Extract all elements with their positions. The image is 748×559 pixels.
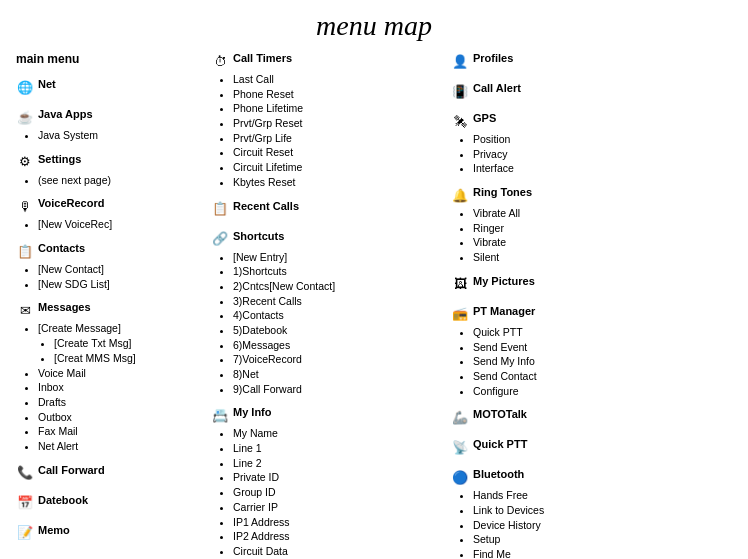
contacts-icon: 📋 <box>16 242 34 260</box>
section-header: Java Apps <box>38 108 93 120</box>
profiles-icon: 👤 <box>451 52 469 70</box>
section-my-info: 📇 My Info My Name Line 1 Line 2 Private … <box>211 406 443 558</box>
list-item: Prvt/Grp Reset <box>233 116 443 131</box>
list-item: Quick PTT <box>473 325 681 340</box>
list-item: 5)Datebook <box>233 323 443 338</box>
section-header: VoiceRecord <box>38 197 104 209</box>
list-item: [New SDG List] <box>38 277 203 292</box>
list-item: [New Entry] <box>233 250 443 265</box>
section-recent-calls: 📋 Recent Calls <box>211 200 443 220</box>
pt-manager-list: Quick PTT Send Event Send My Info Send C… <box>451 325 681 398</box>
section-call-timers: ⏱ Call Timers Last Call Phone Reset Phon… <box>211 52 443 190</box>
list-item: 7)VoiceRecord <box>233 352 443 367</box>
right-column: 👤 Profiles 📳 Call Alert 🛰 GPS Position P… <box>451 52 681 559</box>
list-item: Send My Info <box>473 354 681 369</box>
call-forward-icon: 📞 <box>16 464 34 482</box>
contacts-list: [New Contact] [New SDG List] <box>16 262 203 291</box>
section-header: Recent Calls <box>233 200 299 212</box>
section-header: Settings <box>38 153 81 165</box>
settings-list: (see next page) <box>16 173 203 188</box>
list-item: Prvt/Grp Life <box>233 131 443 146</box>
section-header: Ring Tones <box>473 186 532 198</box>
shortcuts-list: [New Entry] 1)Shortcuts 2)Cntcs[New Cont… <box>211 250 443 397</box>
voicerecord-list: [New VoiceRec] <box>16 217 203 232</box>
call-timers-list: Last Call Phone Reset Phone Lifetime Prv… <box>211 72 443 190</box>
list-item: [Creat MMS Msg] <box>54 351 203 366</box>
list-item: 8)Net <box>233 367 443 382</box>
list-item: 9)Call Forward <box>233 382 443 397</box>
section-header: Messages <box>38 301 91 313</box>
list-item: 1)Shortcuts <box>233 264 443 279</box>
section-header: Profiles <box>473 52 513 64</box>
section-quick-ptt: 📡 Quick PTT <box>451 438 681 458</box>
list-item: Privacy <box>473 147 681 162</box>
list-item: Vibrate <box>473 235 681 250</box>
list-item: Net Alert <box>38 439 203 454</box>
settings-icon: ⚙ <box>16 153 34 171</box>
main-menu-label: main menu <box>16 52 203 66</box>
list-item: Link to Devices <box>473 503 681 518</box>
list-item: Carrier IP <box>233 500 443 515</box>
my-info-icon: 📇 <box>211 406 229 424</box>
list-item: Vibrate All <box>473 206 681 221</box>
section-header: GPS <box>473 112 496 124</box>
list-item: 3)Recent Calls <box>233 294 443 309</box>
list-item: Phone Lifetime <box>233 101 443 116</box>
list-item: Send Contact <box>473 369 681 384</box>
section-java-apps: ☕ Java Apps Java System <box>16 108 203 143</box>
net-icon: 🌐 <box>16 78 34 96</box>
section-header: Datebook <box>38 494 88 506</box>
quick-ptt-icon: 📡 <box>451 438 469 456</box>
list-item: 4)Contacts <box>233 308 443 323</box>
list-item: [New Contact] <box>38 262 203 277</box>
section-settings: ⚙ Settings (see next page) <box>16 153 203 188</box>
list-item: Fax Mail <box>38 424 203 439</box>
list-item: Circuit Data <box>233 544 443 559</box>
section-gps: 🛰 GPS Position Privacy Interface <box>451 112 681 176</box>
section-header: Shortcuts <box>233 230 284 242</box>
section-shortcuts: 🔗 Shortcuts [New Entry] 1)Shortcuts 2)Cn… <box>211 230 443 397</box>
section-header: MOTOTalk <box>473 408 527 420</box>
list-item: Private ID <box>233 470 443 485</box>
list-item: Line 2 <box>233 456 443 471</box>
gps-list: Position Privacy Interface <box>451 132 681 176</box>
section-call-forward: 📞 Call Forward <box>16 464 203 484</box>
section-header: Call Alert <box>473 82 521 94</box>
section-voicerecord: 🎙 VoiceRecord [New VoiceRec] <box>16 197 203 232</box>
list-item: Silent <box>473 250 681 265</box>
list-item: Configure <box>473 384 681 399</box>
list-item: My Name <box>233 426 443 441</box>
section-header: My Info <box>233 406 272 418</box>
section-datebook: 📅 Datebook <box>16 494 203 514</box>
ring-tones-icon: 🔔 <box>451 186 469 204</box>
recent-calls-icon: 📋 <box>211 200 229 218</box>
call-alert-icon: 📳 <box>451 82 469 100</box>
list-item: Circuit Reset <box>233 145 443 160</box>
list-item: Phone Reset <box>233 87 443 102</box>
gps-icon: 🛰 <box>451 112 469 130</box>
section-ring-tones: 🔔 Ring Tones Vibrate All Ringer Vibrate … <box>451 186 681 265</box>
call-timers-icon: ⏱ <box>211 52 229 70</box>
list-item: Kbytes Reset <box>233 175 443 190</box>
section-header: Quick PTT <box>473 438 527 450</box>
list-item: Find Me <box>473 547 681 559</box>
list-item: Circuit Lifetime <box>233 160 443 175</box>
java-icon: ☕ <box>16 108 34 126</box>
section-pt-manager: 📻 PT Manager Quick PTT Send Event Send M… <box>451 305 681 398</box>
list-item: Ringer <box>473 221 681 236</box>
voicerecord-icon: 🎙 <box>16 197 34 215</box>
list-item: [Create Message] [Create Txt Msg] [Creat… <box>38 321 203 365</box>
middle-column: ⏱ Call Timers Last Call Phone Reset Phon… <box>211 52 451 559</box>
section-my-pictures: 🖼 My Pictures <box>451 275 681 295</box>
list-item: Voice Mail <box>38 366 203 381</box>
left-column: main menu 🌐 Net ☕ Java Apps Java System … <box>16 52 211 559</box>
list-item: IP2 Address <box>233 529 443 544</box>
list-item: Setup <box>473 532 681 547</box>
create-message-sublist: [Create Txt Msg] [Creat MMS Msg] <box>38 336 203 365</box>
section-header: Bluetooth <box>473 468 524 480</box>
section-call-alert: 📳 Call Alert <box>451 82 681 102</box>
memo-icon: 📝 <box>16 524 34 542</box>
pt-manager-icon: 📻 <box>451 305 469 323</box>
list-item: [Create Txt Msg] <box>54 336 203 351</box>
section-header: Contacts <box>38 242 85 254</box>
